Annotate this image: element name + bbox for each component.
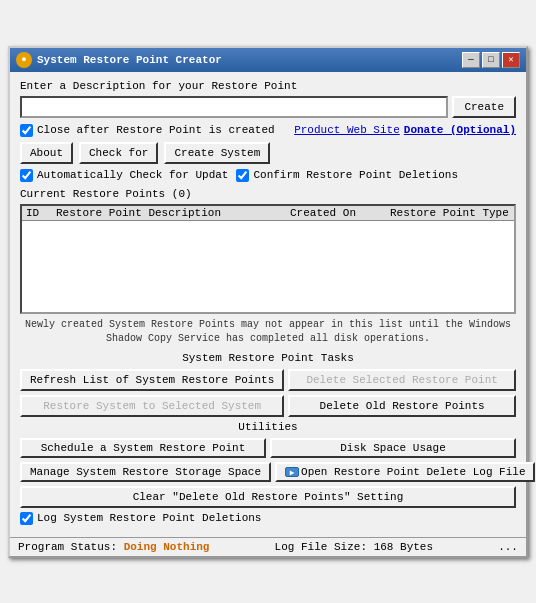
confirm-deletions-label: Confirm Restore Point Deletions [253, 169, 458, 181]
options-row: Automatically Check for Updat Confirm Re… [20, 169, 516, 182]
status-bar: Program Status: Doing Nothing Log File S… [10, 537, 526, 556]
minimize-button[interactable]: ─ [462, 52, 480, 68]
delete-selected-button: Delete Selected Restore Point [288, 369, 516, 391]
close-after-row: Close after Restore Point is created Pro… [20, 124, 516, 137]
app-icon: ● [16, 52, 32, 68]
status-dots: ... [498, 541, 518, 553]
clear-btn-row: Clear "Delete Old Restore Points" Settin… [20, 486, 516, 508]
title-bar: ● System Restore Point Creator ─ □ ✕ [10, 48, 526, 72]
title-controls: ─ □ ✕ [462, 52, 520, 68]
maximize-button[interactable]: □ [482, 52, 500, 68]
utilities-grid-2: Manage System Restore Storage Space ▶Ope… [20, 462, 516, 482]
auto-check-checkbox[interactable] [20, 169, 33, 182]
col-header-created: Created On [290, 207, 390, 219]
manage-storage-button[interactable]: Manage System Restore Storage Space [20, 462, 271, 482]
about-button[interactable]: About [20, 142, 73, 164]
window-title: System Restore Point Creator [37, 54, 222, 66]
title-bar-left: ● System Restore Point Creator [16, 52, 222, 68]
description-input[interactable] [20, 96, 448, 118]
log-checkbox[interactable] [20, 512, 33, 525]
col-header-id: ID [26, 207, 56, 219]
program-status-value: Doing Nothing [124, 541, 210, 553]
close-after-label: Close after Restore Point is created [37, 124, 275, 136]
open-log-label: Open Restore Point Delete Log File [301, 466, 525, 478]
tasks-grid: Refresh List of System Restore Points De… [20, 369, 516, 417]
log-file-area: Log File Size: 168 Bytes [275, 541, 433, 553]
current-restore-points-title: Current Restore Points (0) [20, 188, 516, 200]
links-area: Product Web Site Donate (Optional) [294, 124, 516, 136]
disk-space-button[interactable]: Disk Space Usage [270, 438, 516, 458]
create-button[interactable]: Create [452, 96, 516, 118]
table-header: ID Restore Point Description Created On … [22, 206, 514, 221]
disk-icon: ▶ [285, 467, 299, 477]
log-row: Log System Restore Point Deletions [20, 512, 516, 525]
utilities-grid: Schedule a System Restore Point Disk Spa… [20, 438, 516, 458]
schedule-button[interactable]: Schedule a System Restore Point [20, 438, 266, 458]
create-system-button[interactable]: Create System [164, 142, 270, 164]
auto-check-row: Automatically Check for Updat [20, 169, 228, 182]
main-window: ● System Restore Point Creator ─ □ ✕ Ent… [8, 46, 528, 558]
utilities-title: Utilities [20, 421, 516, 433]
note-content: Newly created System Restore Points may … [25, 319, 511, 344]
action-buttons-row: About Check for Create System [20, 142, 516, 164]
log-file-value: 168 Bytes [374, 541, 433, 553]
donate-link[interactable]: Donate (Optional) [404, 124, 516, 136]
close-after-checkbox-row: Close after Restore Point is created [20, 124, 275, 137]
product-web-site-link[interactable]: Product Web Site [294, 124, 400, 136]
log-file-label: Log File Size: [275, 541, 367, 553]
refresh-list-button[interactable]: Refresh List of System Restore Points [20, 369, 284, 391]
restore-system-button: Restore System to Selected System [20, 395, 284, 417]
program-status-label: Program Status: [18, 541, 117, 553]
content-area: Enter a Description for your Restore Poi… [10, 72, 526, 537]
check-for-button[interactable]: Check for [79, 142, 158, 164]
note-text: Newly created System Restore Points may … [20, 318, 516, 346]
auto-check-label: Automatically Check for Updat [37, 169, 228, 181]
program-status-area: Program Status: Doing Nothing [18, 541, 209, 553]
clear-button[interactable]: Clear "Delete Old Restore Points" Settin… [20, 486, 516, 508]
delete-old-button[interactable]: Delete Old Restore Points [288, 395, 516, 417]
description-row: Create [20, 96, 516, 118]
confirm-deletions-checkbox[interactable] [236, 169, 249, 182]
open-log-button[interactable]: ▶Open Restore Point Delete Log File [275, 462, 535, 482]
description-label: Enter a Description for your Restore Poi… [20, 80, 516, 92]
confirm-deletions-row: Confirm Restore Point Deletions [236, 169, 458, 182]
col-header-desc: Restore Point Description [56, 207, 290, 219]
close-after-checkbox[interactable] [20, 124, 33, 137]
col-header-type: Restore Point Type [390, 207, 510, 219]
tasks-title: System Restore Point Tasks [20, 352, 516, 364]
restore-points-table: ID Restore Point Description Created On … [20, 204, 516, 314]
close-button[interactable]: ✕ [502, 52, 520, 68]
log-label: Log System Restore Point Deletions [37, 512, 261, 524]
